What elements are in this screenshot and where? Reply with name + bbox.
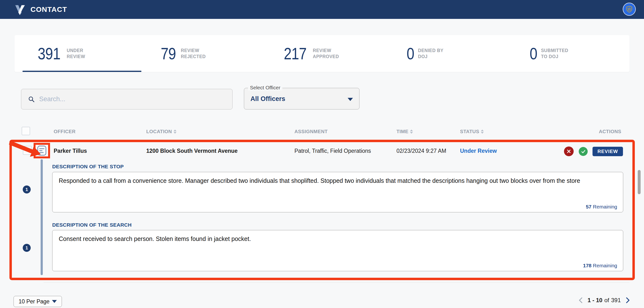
stop-description-text: Responded to a call from a convenience s… (59, 177, 617, 185)
chevron-down-icon (52, 300, 57, 303)
row-assignment: Patrol, Traffic, Field Operations (294, 148, 371, 154)
row-checkbox[interactable] (23, 146, 32, 155)
tab-denied-by-doj[interactable]: 0 DENIED BYDOJ (384, 35, 506, 72)
approve-button[interactable] (579, 147, 588, 156)
veritone-logo-icon (14, 4, 26, 16)
stop-notes-icon[interactable] (37, 145, 47, 156)
row-status-badge: Under Review (460, 148, 497, 154)
pagination-range: 1 - 10 of 391 (588, 297, 621, 304)
annotation-highlight-box (34, 143, 50, 158)
column-assignment: ASSIGNMENT (294, 129, 328, 134)
row-time: 02/23/2024 9:27 AM (396, 148, 446, 154)
table-header: OFFICER LOCATION ASSIGNMENT TIME STATUS … (0, 126, 644, 138)
tab-under-review[interactable]: 391 UNDERREVIEW (14, 35, 138, 72)
sort-status-icon[interactable] (481, 129, 484, 134)
app-header: CONTACT (0, 0, 644, 19)
search-description-input[interactable]: Consent received to search person. Stole… (52, 230, 623, 271)
review-approved-count: 217 (284, 45, 306, 62)
column-officer: OFFICER (54, 129, 76, 134)
sort-location-icon[interactable] (174, 129, 176, 134)
review-rejected-label: REVIEWREJECTED (181, 48, 206, 60)
user-avatar[interactable] (623, 3, 636, 16)
reject-button[interactable] (564, 146, 574, 156)
search-description-text: Consent received to search person. Stole… (59, 235, 617, 243)
active-tab-underline (22, 71, 142, 72)
denied-by-doj-count: 0 (406, 45, 414, 62)
search-box (21, 89, 232, 109)
tab-review-approved[interactable]: 217 REVIEWAPPROVED (260, 35, 384, 72)
chevron-down-icon (348, 98, 353, 101)
denied-by-doj-label: DENIED BYDOJ (418, 48, 443, 60)
column-location: LOCATION (146, 129, 176, 134)
sort-time-icon[interactable] (410, 129, 413, 134)
status-tabs-card: 391 UNDERREVIEW 79 REVIEWREJECTED 217 RE… (14, 35, 630, 72)
review-button[interactable]: REVIEW (592, 147, 623, 156)
stop-count-badge: 1 (23, 186, 31, 194)
chevron-right-icon[interactable] (626, 297, 630, 303)
per-page-value: 10 Per Page (18, 298, 50, 305)
column-time: TIME (396, 129, 413, 134)
stop-description-input[interactable]: Responded to a call from a convenience s… (52, 172, 623, 212)
officer-select[interactable]: Select Officer All Officers (244, 88, 360, 109)
submitted-to-doj-label: SUBMITTEDTO DOJ (541, 48, 568, 60)
select-all-checkbox[interactable] (22, 127, 30, 135)
column-actions: ACTIONS (599, 129, 621, 134)
check-icon (581, 149, 586, 154)
page-scrollbar-thumb[interactable] (638, 170, 640, 194)
search-icon (28, 96, 35, 103)
stop-description-label: DESCRIPTION OF THE STOP (52, 164, 124, 170)
officer-select-label: Select Officer (248, 85, 282, 91)
tab-submitted-to-doj[interactable]: 0 SUBMITTEDTO DOJ (506, 35, 630, 72)
contact-review-app: CONTACT 391 UNDERREVIEW 79 REVIEWREJECTE… (0, 0, 644, 308)
officer-select-value: All Officers (250, 95, 285, 102)
column-status: STATUS (460, 129, 484, 134)
row-officer: Parker Tillus (54, 148, 87, 154)
under-review-count: 391 (38, 45, 60, 62)
tab-review-rejected[interactable]: 79 REVIEWREJECTED (138, 35, 260, 72)
pagination-controls: 1 - 10 of 391 (578, 297, 630, 304)
search-count-badge: 1 (23, 244, 31, 252)
per-page-select[interactable]: 10 Per Page (14, 296, 62, 307)
search-input[interactable] (39, 95, 213, 103)
shield-star-icon (626, 5, 633, 13)
review-approved-label: REVIEWAPPROVED (313, 48, 339, 60)
x-icon (566, 149, 572, 154)
submitted-to-doj-count: 0 (530, 45, 537, 62)
review-rejected-count: 79 (161, 45, 176, 62)
search-remaining-counter: 178 Remaining (583, 263, 617, 268)
stop-remaining-counter: 57 Remaining (586, 204, 617, 210)
under-review-label: UNDERREVIEW (67, 48, 85, 60)
row-location: 1200 Block South Vermont Avenue (146, 148, 238, 154)
chevron-left-icon[interactable] (578, 297, 583, 303)
search-description-label: DESCRIPTION OF THE SEARCH (52, 222, 132, 228)
page-title: CONTACT (30, 5, 67, 14)
expanded-row-indent-bar (40, 159, 43, 275)
